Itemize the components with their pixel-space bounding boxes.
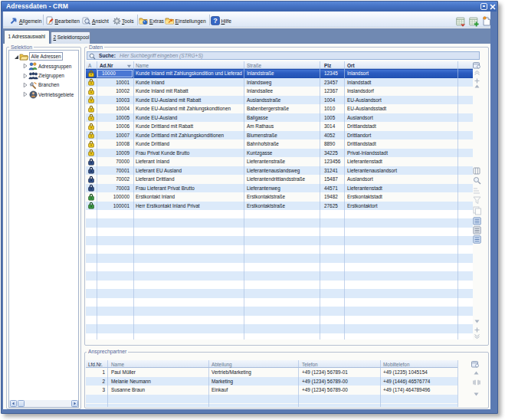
svg-text:?: ?	[213, 17, 218, 25]
